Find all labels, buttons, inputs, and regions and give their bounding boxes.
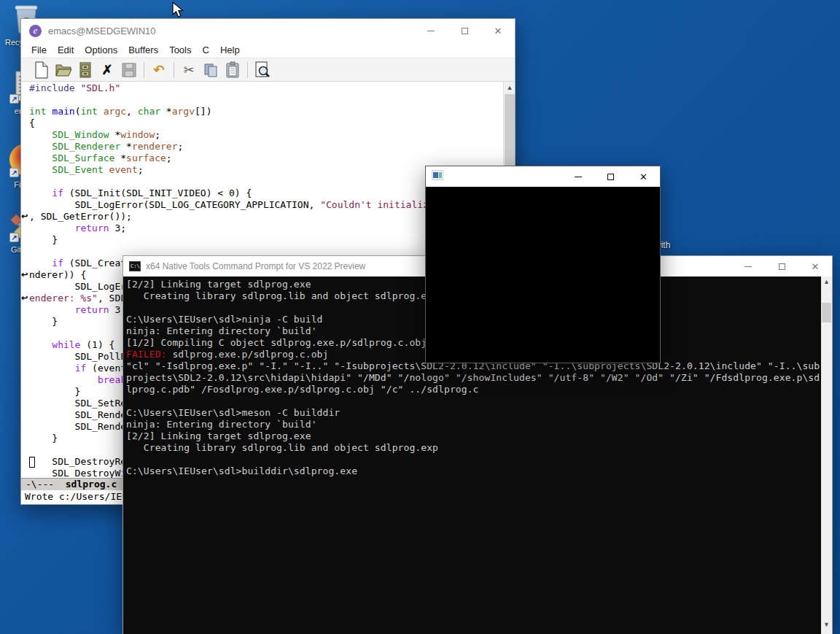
emacs-window-title: emacs@MSEDGEWIN10 xyxy=(48,26,156,36)
emacs-toolbar: ✗ ↶ ✂ xyxy=(21,58,515,82)
paste-icon[interactable] xyxy=(222,61,244,80)
open-folder-icon[interactable] xyxy=(52,61,74,80)
shortcut-arrow-icon: ↗ xyxy=(9,233,19,242)
sdl-app-icon xyxy=(432,170,443,183)
mouse-cursor xyxy=(172,1,185,22)
modeline-buffer-name: sdlprog.c xyxy=(66,479,117,490)
line-wrap-icon: ↩ xyxy=(21,211,29,221)
sdl-render-canvas[interactable] xyxy=(426,187,660,363)
code-row: #include "SDL.h" xyxy=(29,82,503,94)
close-button[interactable]: ✕ xyxy=(798,256,832,277)
shortcut-arrow-icon: ↗ xyxy=(9,168,19,177)
cmd-window-title: x64 Native Tools Command Prompt for VS 2… xyxy=(146,261,365,271)
kill-buffer-icon[interactable]: ✗ xyxy=(96,61,118,80)
close-button[interactable]: ✕ xyxy=(481,19,515,42)
minimize-button[interactable] xyxy=(414,19,448,42)
menu-item-file[interactable]: File xyxy=(31,45,47,55)
line-wrap-icon: ↩ xyxy=(21,269,29,279)
code-row xyxy=(29,94,503,106)
maximize-button[interactable] xyxy=(594,166,627,187)
toolbar-separator xyxy=(144,62,144,78)
scroll-up-icon[interactable]: ▲ xyxy=(504,82,515,93)
cmd-scrollbar[interactable]: ▲ ▼ xyxy=(821,277,832,634)
console-line xyxy=(126,395,820,407)
emacs-menubar: FileEditOptionsBuffersToolsCHelp xyxy=(21,42,515,58)
menu-item-options[interactable]: Options xyxy=(85,45,117,55)
menu-item-edit[interactable]: Edit xyxy=(58,45,74,55)
line-wrap-icon: ↩ xyxy=(21,293,29,303)
menu-item-buffers[interactable]: Buffers xyxy=(128,45,158,55)
menu-item-c[interactable]: C xyxy=(202,45,209,55)
scroll-up-icon[interactable]: ▲ xyxy=(821,277,832,288)
modeline-prefix: -\--- xyxy=(26,479,66,490)
code-row: SDL_Surface *surface; xyxy=(29,152,503,164)
code-row: { xyxy=(29,117,503,129)
emacs-hollow-cursor xyxy=(29,457,35,468)
cmd-scroll-thumb[interactable] xyxy=(822,303,831,322)
copy-icon[interactable] xyxy=(200,61,222,80)
search-icon[interactable] xyxy=(252,61,273,80)
cut-icon[interactable]: ✂ xyxy=(178,61,200,80)
console-line: C:\Users\IEUser\sdl>meson -C builddir xyxy=(126,407,820,419)
menu-item-tools[interactable]: Tools xyxy=(169,45,191,55)
emacs-app-icon: e xyxy=(29,25,42,37)
sdl-titlebar[interactable]: ✕ xyxy=(426,166,660,187)
console-line: Creating library sdlprog.lib and object … xyxy=(126,442,820,454)
cmd-app-icon: C:\ xyxy=(129,261,141,271)
scroll-down-icon[interactable]: ▼ xyxy=(821,619,832,631)
emacs-fringe: ↩↩↩ xyxy=(21,82,29,478)
maximize-button[interactable] xyxy=(448,19,481,42)
save-icon[interactable] xyxy=(118,61,140,80)
code-row: int main(int argc, char *argv[]) xyxy=(29,106,503,117)
close-button[interactable]: ✕ xyxy=(627,166,660,187)
code-row: SDL_Renderer *renderer; xyxy=(29,141,503,152)
menu-item-help[interactable]: Help xyxy=(220,45,240,55)
console-line: C:\Users\IEUser\sdl>builddir\sdlprog.exe xyxy=(126,465,820,477)
emacs-titlebar[interactable]: e emacs@MSEDGEWIN10 ✕ xyxy=(21,19,515,42)
shortcut-arrow-icon: ↗ xyxy=(9,94,19,104)
toolbar-separator xyxy=(247,62,248,78)
console-line: lprog.c.pdb" /Fosdlprog.exe.p/sdlprog.c.… xyxy=(126,384,820,395)
toolbar-separator xyxy=(174,62,174,78)
file-cabinet-icon[interactable] xyxy=(74,61,96,80)
maximize-button[interactable] xyxy=(765,256,798,277)
new-file-icon[interactable] xyxy=(31,61,52,80)
console-line: projects\SDL2-2.0.12\src\hidapi\hidapi" … xyxy=(126,372,820,384)
code-row: SDL_Window *window; xyxy=(29,129,503,141)
console-line xyxy=(126,454,820,465)
console-line: ninja: Entering directory `build' xyxy=(126,419,820,430)
console-line: [2/2] Linking target sdlprog.exe xyxy=(126,430,820,442)
sdl-window: ✕ xyxy=(425,166,661,363)
minimize-button[interactable] xyxy=(561,166,594,187)
minimize-button[interactable] xyxy=(731,256,765,277)
undo-icon[interactable]: ↶ xyxy=(148,61,170,80)
